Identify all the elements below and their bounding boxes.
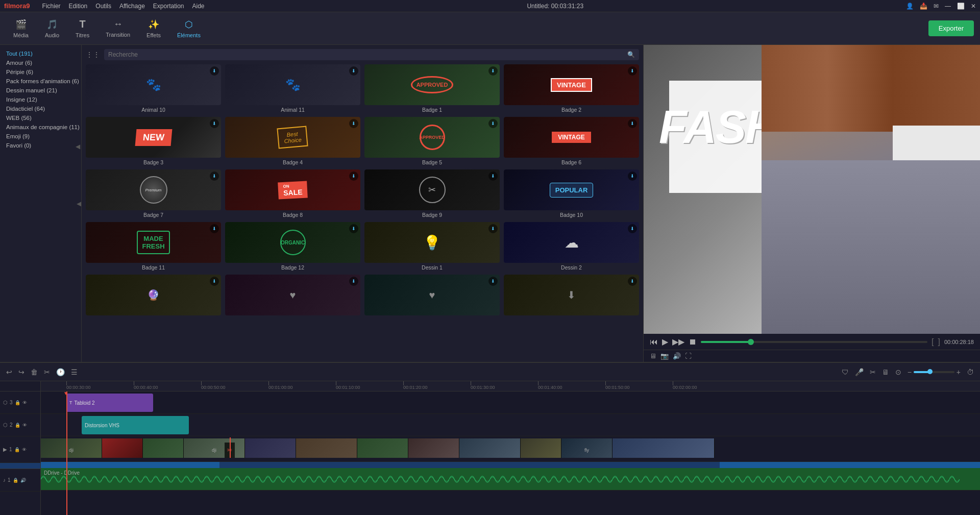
volume-icon[interactable]: 🔊 [673,352,681,360]
timeline-playhead[interactable] [66,391,67,515]
download-icon[interactable]: ⬇ [628,171,637,181]
delete-button[interactable]: 🗑 [31,368,38,376]
toolbar-transition[interactable]: ↔ Transition [99,16,137,41]
screen-icon[interactable]: 🖥 [650,352,656,360]
menu-fichier[interactable]: Fichier [42,3,61,10]
video-clip-strip[interactable]: dji dji fly [41,437,980,458]
grid-item-extra3[interactable]: ⬇ ♥ [364,275,500,317]
sidebar-item-tout[interactable]: Tout (191) [0,49,81,58]
clock2-icon[interactable]: ⏱ [967,368,974,376]
grid-item-dessin2[interactable]: ⬇ ☁ Dessin 2 [504,222,639,271]
sidebar-item-web[interactable]: WEB (56) [0,113,81,122]
screenshot-icon[interactable]: 📷 [660,352,669,360]
download-icon[interactable]: ⬇ [210,224,219,233]
grid-item-badge1[interactable]: ⬇ APPROVED Badge 1 [364,64,500,113]
sidebar-item-insigne[interactable]: Insigne (12) [0,95,81,104]
stop-button[interactable]: ▶▶ [672,337,684,347]
grid-item-extra4[interactable]: ⬇ ⬇ [504,275,639,317]
sidebar-item-animaux[interactable]: Animaux de compagnie (11) [0,122,81,132]
clip-distorsion[interactable]: Distorsion VHS [82,416,189,434]
search-icon[interactable]: 🔍 [627,51,635,58]
toolbar-audio[interactable]: 🎵 Audio [38,16,66,41]
sidebar-item-favori[interactable]: Favori (0) [0,141,81,150]
play-button[interactable]: ▶ [662,337,668,347]
menu-outils[interactable]: Outils [95,3,111,10]
track-2-lock-icon[interactable]: 🔒 [15,423,20,428]
prev-frame-button[interactable]: ⏮ [650,337,658,347]
grid-item-extra1[interactable]: ⬇ 🔮 [86,275,221,317]
mic-icon[interactable]: 🎤 [855,368,864,376]
download-icon[interactable]: ⬇ [628,277,637,286]
menu-edition[interactable]: Edition [69,3,88,10]
progress-handle[interactable] [748,339,754,345]
download-icon[interactable]: ⬇ [210,277,219,286]
message-icon[interactable]: ✉ [934,3,939,10]
grid-item-badge5[interactable]: ⬇ APPROVED Badge 5 [364,117,500,165]
monitor-icon[interactable]: 🖥 [882,368,889,376]
grid-item-badge7[interactable]: ⬇ Premium Badge 7 [86,169,221,218]
audio-lock-icon[interactable]: 🔒 [13,478,18,483]
download-icon[interactable]: ⬇ [488,66,498,76]
download-icon[interactable]: ⬇ [349,277,358,286]
grid-item-badge4[interactable]: ⬇ BestChoice Badge 4 [225,117,360,165]
grid-item-dessin1[interactable]: ⬇ 💡 Dessin 1 [364,222,500,271]
sidebar-collapse-icon[interactable]: ◀ [77,200,81,207]
grid-item-badge11[interactable]: ⬇ MADEFRESH Badge 11 [86,222,221,271]
download-icon[interactable]: ⬇ [210,66,219,76]
sidebar-item-pack[interactable]: Pack formes d'animation (6) [0,77,81,86]
grid-item-badge8[interactable]: ⬇ ONSALE Badge 8 [225,169,360,218]
search-input[interactable] [108,51,624,58]
sidebar-item-didacticiel[interactable]: Didacticiel (64) [0,104,81,113]
zoom-in-icon[interactable]: + [957,368,961,376]
download-icon[interactable]: ⬇ [488,277,498,286]
download-icon[interactable]: ⬇ [349,119,358,128]
grid-item-badge6[interactable]: ⬇ VINTAGE Badge 6 [504,117,639,165]
toolbar-media[interactable]: 🎬 Média [6,16,36,41]
restore-button[interactable]: ⬜ [957,3,965,10]
audio-mute-icon[interactable]: 🔊 [20,478,26,483]
toolbar-titles[interactable]: T Titres [68,15,96,41]
list-button[interactable]: ☰ [71,368,78,376]
sidebar-item-amour[interactable]: Amour (6) [0,58,81,67]
grid-item-badge2[interactable]: ⬇ VINTAGE Badge 2 [504,64,639,113]
notification-icon[interactable]: 📥 [920,3,927,10]
grid-options-icon[interactable]: ⋮⋮ [86,51,100,59]
menu-aide[interactable]: Aide [192,3,205,10]
shield-icon[interactable]: 🛡 [842,368,849,376]
menu-exportation[interactable]: Exportation [153,3,184,10]
close-button[interactable]: ✕ [971,3,976,10]
download-icon[interactable]: ⬇ [628,224,637,233]
minimize-button[interactable]: — [945,3,951,10]
grid-item-animal11[interactable]: ⬇ 🐾 Animal 11 [225,64,360,113]
zoom-out-icon[interactable]: − [908,368,912,376]
user-icon[interactable]: 👤 [906,3,914,10]
sidebar-item-emoji[interactable]: Emoji (9) [0,132,81,141]
cut-button[interactable]: ✂ [44,368,50,376]
track-1-lock-icon[interactable]: 🔒 [14,447,20,452]
download-icon[interactable]: ⬇ [628,119,637,128]
circle-icon[interactable]: ⊙ [895,368,901,376]
download-icon[interactable]: ⬇ [210,119,219,128]
menu-affichage[interactable]: Affichage [119,3,145,10]
export-button[interactable]: Exporter [928,20,974,36]
sidebar-item-periple[interactable]: Péripie (6) [0,67,81,77]
fullscreen-icon[interactable]: ⛶ [685,352,692,360]
clip-tabloid2[interactable]: T Tabloid 2 [66,394,153,412]
grid-item-animal10[interactable]: ⬇ 🐾 Animal 10 [86,64,221,113]
scissors-icon[interactable]: ✂ [870,368,876,376]
track-1-eye-icon[interactable]: 👁 [22,447,27,452]
progress-bar[interactable] [701,341,927,343]
clock-button[interactable]: 🕐 [56,368,65,376]
download-icon[interactable]: ⬇ [349,171,358,181]
grid-item-badge3[interactable]: ⬇ NEW Badge 3 [86,117,221,165]
toolbar-effects[interactable]: ✨ Effets [139,16,168,41]
grid-item-badge12[interactable]: ⬇ ORGANIC Badge 12 [225,222,360,271]
redo-button[interactable]: ↪ [18,368,24,376]
toolbar-elements[interactable]: ⬡ Éléments [170,16,208,41]
pause-button[interactable]: ⏹ [689,337,697,347]
track-3-eye-icon[interactable]: 👁 [22,400,27,405]
grid-item-badge10[interactable]: ⬇ POPULAR Badge 10 [504,169,639,218]
undo-button[interactable]: ↩ [6,368,12,376]
grid-item-badge9[interactable]: ⬇ ✂ Badge 9 [364,169,500,218]
grid-item-extra2[interactable]: ⬇ ♥ [225,275,360,317]
